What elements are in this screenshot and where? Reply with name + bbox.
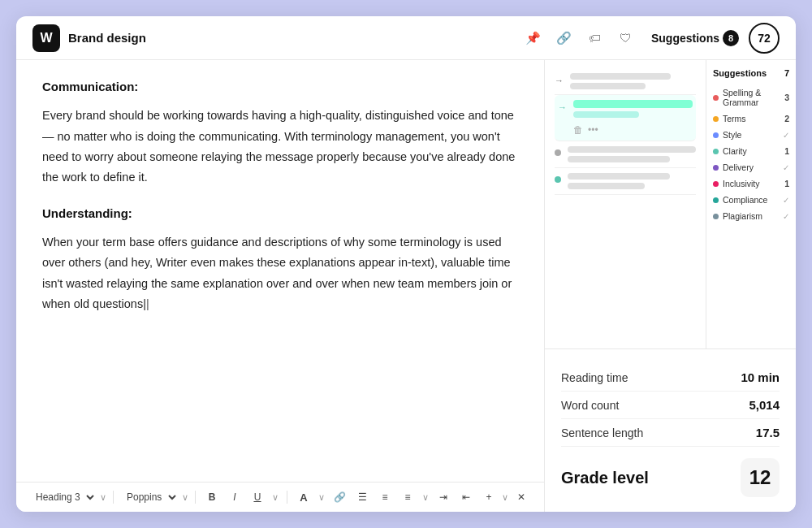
toolbar-divider-2 — [195, 491, 196, 504]
reading-time-row: Reading time 10 min — [561, 364, 780, 392]
suggestion-item-highlighted[interactable]: → 🗑 ••• — [555, 95, 696, 141]
word-count-row: Word count 5,014 — [561, 392, 780, 419]
right-panel: → → 🗑 — [544, 60, 796, 512]
ordered-list-button[interactable]: ≡ — [375, 487, 395, 507]
suggestion-line — [570, 83, 646, 89]
suggestion-lines-3 — [568, 146, 696, 162]
suggestion-line — [568, 183, 645, 189]
suggestion-actions: 🗑 ••• — [573, 124, 693, 136]
tag-icon[interactable]: 🏷 — [586, 29, 604, 47]
shield-icon[interactable]: 🛡 — [617, 29, 635, 47]
pin-icon[interactable]: 📌 — [525, 29, 542, 47]
section1-heading: Communication: — [42, 76, 518, 97]
score-circle: 72 — [749, 23, 780, 54]
cat-dot-delivery — [713, 165, 719, 171]
header-icons: 📌 🔗 🏷 🛡 — [525, 29, 635, 47]
heading-select[interactable]: Heading 3 — [29, 489, 97, 505]
grade-level-row: Grade level 12 — [561, 447, 780, 500]
sentence-length-label: Sentence length — [561, 426, 643, 439]
suggestion-line — [568, 173, 670, 180]
header: W Brand design 📌 🔗 🏷 🛡 Suggestions 8 72 — [16, 16, 796, 60]
italic-button[interactable]: I — [225, 487, 244, 507]
main-content: Communication: Every brand should be wor… — [16, 60, 796, 512]
link-icon[interactable]: 🔗 — [555, 29, 573, 47]
font-select[interactable]: Poppins — [120, 489, 179, 505]
outdent-button[interactable]: ⇤ — [456, 487, 476, 507]
category-row-terms[interactable]: Terms 2 — [713, 110, 789, 127]
sentence-length-row: Sentence length 17.5 — [561, 419, 780, 447]
suggestion-lines-highlighted: 🗑 ••• — [573, 100, 693, 136]
indent-button[interactable]: ⇥ — [434, 487, 453, 507]
cat-dot-compliance — [713, 197, 719, 203]
categories-header: Suggestions 7 — [713, 68, 789, 78]
toolbar-divider-3 — [287, 491, 287, 504]
word-count-value: 5,014 — [749, 398, 780, 412]
suggestions-count-badge: 8 — [723, 30, 739, 46]
bold-button[interactable]: B — [202, 487, 222, 507]
app-title: Brand design — [68, 31, 525, 45]
suggestion-line-highlight-2 — [573, 111, 639, 118]
word-count-label: Word count — [561, 399, 619, 412]
section1-body: Every brand should be working towards ha… — [42, 106, 518, 188]
more-icon[interactable]: ••• — [588, 124, 598, 136]
suggestion-line-highlight — [573, 100, 693, 108]
reading-time-value: 10 min — [741, 370, 780, 384]
cat-dot-inclusivity — [713, 181, 719, 187]
cat-dot-style — [713, 132, 719, 138]
suggestions-panel-label: Suggestions — [651, 32, 719, 45]
suggestion-line — [570, 73, 671, 80]
delete-icon[interactable]: 🗑 — [573, 124, 583, 136]
category-row-style[interactable]: Style ✓ — [713, 127, 789, 143]
clear-format-button[interactable]: ✕ — [512, 487, 531, 507]
align-button[interactable]: ≡ — [398, 487, 417, 507]
cat-dot-clarity — [713, 149, 719, 154]
category-row-spelling[interactable]: Spelling &Grammar 3 — [713, 84, 789, 110]
underline-button[interactable]: U — [248, 487, 267, 507]
category-row-clarity[interactable]: Clarity 1 — [713, 143, 789, 159]
suggestion-item-3[interactable] — [555, 141, 696, 168]
grade-level-label: Grade level — [561, 469, 649, 487]
sentence-length-value: 17.5 — [756, 426, 780, 439]
reading-time-label: Reading time — [561, 371, 628, 384]
cat-dot-spelling — [713, 95, 719, 101]
suggestion-lines-4 — [568, 173, 696, 189]
category-row-delivery[interactable]: Delivery ✓ — [713, 159, 789, 175]
suggestion-lines — [570, 73, 696, 89]
editor-toolbar: Heading 3 ∨ Poppins ∨ B I U ∨ A ∨ 🔗 ☰ ≡ — [16, 482, 544, 512]
editor-body[interactable]: Communication: Every brand should be wor… — [16, 60, 544, 482]
logo-mark: W — [32, 24, 60, 52]
add-button[interactable]: + — [479, 487, 499, 507]
section2-body: When your term base offers guidance and … — [42, 232, 518, 315]
categories-panel: Suggestions 7 Spelling &Grammar 3 — [706, 60, 796, 348]
stats-panel: Reading time 10 min Word count 5,014 Sen… — [545, 348, 796, 512]
app-container: W Brand design 📌 🔗 🏷 🛡 Suggestions 8 72 … — [16, 16, 796, 512]
suggestion-line — [568, 156, 670, 162]
grade-level-value: 12 — [741, 458, 780, 497]
section2-heading: Understanding: — [42, 203, 518, 224]
suggestions-list-area: → → 🗑 — [545, 60, 706, 348]
editor-area: Communication: Every brand should be wor… — [16, 60, 544, 512]
category-row-compliance[interactable]: Compliance ✓ — [713, 192, 789, 208]
suggestion-item-4[interactable] — [555, 168, 696, 195]
suggestion-line — [568, 146, 696, 153]
suggestions-top: → → 🗑 — [545, 60, 796, 348]
arrow-icon: → — [555, 76, 564, 85]
link-insert-button[interactable]: 🔗 — [330, 487, 349, 507]
toolbar-divider-1 — [113, 491, 114, 504]
font-color-button[interactable]: A — [294, 487, 313, 507]
list-button[interactable]: ☰ — [352, 487, 372, 507]
arrow-icon-highlighted: → — [558, 102, 567, 112]
category-row-inclusivity[interactable]: Inclusivity 1 — [713, 175, 789, 192]
category-row-plagiarism[interactable]: Plagiarism ✓ — [713, 208, 789, 224]
cat-dot-plagiarism — [713, 214, 719, 219]
suggestion-item[interactable]: → — [555, 68, 696, 95]
cat-dot-terms — [713, 116, 719, 122]
